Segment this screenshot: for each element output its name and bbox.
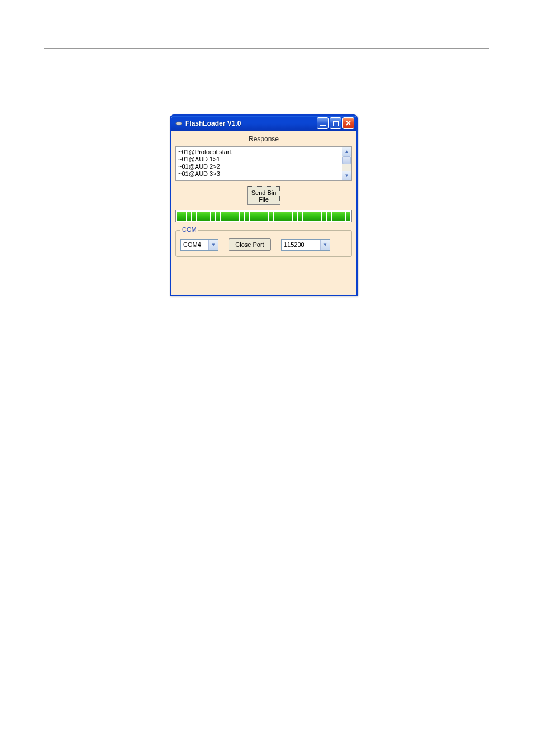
progress-segment xyxy=(187,212,191,221)
com-legend: COM xyxy=(180,226,198,233)
baud-rate-value: 115200 xyxy=(284,241,304,248)
minimize-icon xyxy=(320,125,326,126)
progress-segment xyxy=(177,212,182,221)
send-bin-file-button[interactable]: Send Bin File xyxy=(248,186,280,204)
com-port-select[interactable]: COM4 ▼ xyxy=(180,239,218,251)
progress-segment xyxy=(264,212,269,221)
progress-segment xyxy=(312,212,317,221)
progress-segment xyxy=(235,212,240,221)
scroll-track[interactable] xyxy=(342,156,351,171)
scroll-thumb[interactable] xyxy=(342,156,351,164)
progress-segment xyxy=(197,212,201,221)
progress-segment xyxy=(230,212,235,221)
progress-segment xyxy=(322,212,326,221)
progress-segment xyxy=(216,212,220,221)
page-divider-top xyxy=(44,48,489,49)
send-button-line1: Send Bin xyxy=(251,189,277,196)
close-icon: ✕ xyxy=(345,119,351,127)
progress-segment xyxy=(192,212,196,221)
response-line: ~01@AUD 1>1 xyxy=(178,156,349,163)
progress-segment xyxy=(346,212,350,221)
progress-segment xyxy=(307,212,312,221)
com-port-value: COM4 xyxy=(183,241,201,248)
flashloader-window: FlashLoader V1.0 ✕ Response ~01@Protocol… xyxy=(170,114,358,296)
svg-point-0 xyxy=(176,121,182,125)
chevron-down-icon: ▼ xyxy=(208,240,218,250)
titlebar-buttons: ✕ xyxy=(317,117,354,129)
progress-segment xyxy=(317,212,322,221)
scroll-up-button[interactable]: ▲ xyxy=(342,147,351,156)
response-line: ~01@AUD 3>3 xyxy=(178,170,349,178)
chevron-up-icon: ▲ xyxy=(345,148,349,155)
maximize-button[interactable] xyxy=(330,117,341,129)
baud-rate-select[interactable]: 115200 ▼ xyxy=(281,239,330,251)
progress-segment xyxy=(327,212,331,221)
chevron-down-icon: ▼ xyxy=(320,240,330,250)
maximize-icon xyxy=(333,121,339,126)
response-label: Response xyxy=(175,135,352,143)
send-button-line2: File xyxy=(259,196,269,203)
progress-segment xyxy=(283,212,288,221)
com-group: COM COM4 ▼ Close Port 115200 ▼ xyxy=(175,230,352,257)
progress-segment xyxy=(336,212,341,221)
progress-segment xyxy=(250,212,254,221)
progress-segment xyxy=(182,212,187,221)
progress-segment xyxy=(259,212,264,221)
progress-segment xyxy=(221,212,225,221)
minimize-button[interactable] xyxy=(317,117,329,129)
titlebar[interactable]: FlashLoader V1.0 ✕ xyxy=(171,116,356,131)
progress-segment xyxy=(332,212,336,221)
chevron-down-icon: ▼ xyxy=(345,172,349,179)
window-title: FlashLoader V1.0 xyxy=(185,119,317,127)
progress-segment xyxy=(269,212,273,221)
com-row: COM4 ▼ Close Port 115200 ▼ xyxy=(180,238,347,251)
progress-segment xyxy=(245,212,249,221)
response-line: ~01@AUD 2>2 xyxy=(178,163,349,170)
close-port-button[interactable]: Close Port xyxy=(229,238,271,251)
progress-bar xyxy=(175,210,352,222)
response-scrollbar[interactable]: ▲ ▼ xyxy=(342,147,351,180)
progress-segment xyxy=(254,212,259,221)
progress-segment xyxy=(298,212,302,221)
progress-segment xyxy=(225,212,230,221)
response-line: ~01@Protocol start. xyxy=(178,149,349,156)
close-button[interactable]: ✕ xyxy=(342,117,354,129)
progress-segment xyxy=(211,212,215,221)
window-content: Response ~01@Protocol start. ~01@AUD 1>1… xyxy=(171,131,356,295)
progress-segment xyxy=(288,212,293,221)
progress-segment xyxy=(341,212,346,221)
progress-segment xyxy=(240,212,244,221)
page-divider-bottom xyxy=(44,686,489,686)
app-icon xyxy=(174,119,183,128)
progress-segment xyxy=(201,212,206,221)
progress-segment xyxy=(278,212,283,221)
scroll-down-button[interactable]: ▼ xyxy=(342,171,351,180)
progress-segment xyxy=(206,212,211,221)
progress-segment xyxy=(274,212,278,221)
response-textarea[interactable]: ~01@Protocol start. ~01@AUD 1>1 ~01@AUD … xyxy=(175,146,352,181)
progress-segment xyxy=(303,212,307,221)
progress-segment xyxy=(293,212,297,221)
